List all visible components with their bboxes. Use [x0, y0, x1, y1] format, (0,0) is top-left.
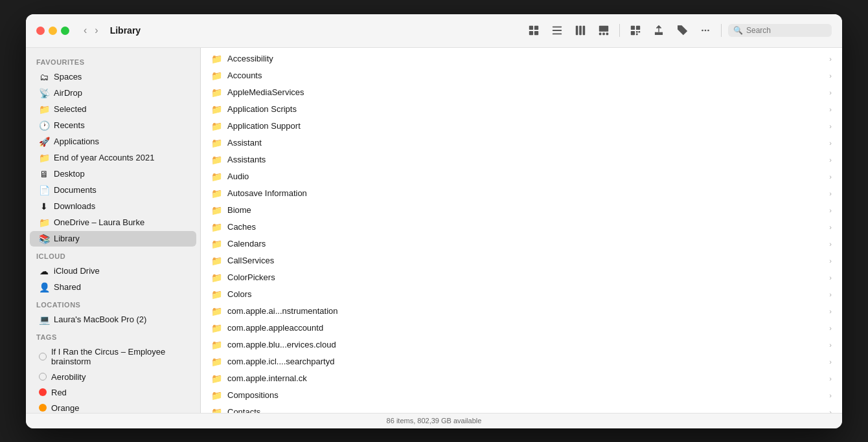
sidebar-label-icloud-drive: iCloud Drive [54, 266, 100, 276]
close-button[interactable] [36, 27, 45, 35]
sidebar-item-tag-red[interactable]: Red [30, 385, 196, 400]
sidebar-label-tag-circus: If I Ran the Circus – Employee brainstor… [51, 347, 190, 366]
sidebar-icon-shared: 👤 [39, 282, 49, 293]
folder-name: Colors [227, 289, 827, 299]
chevron-right-icon: › [829, 307, 832, 315]
sidebar-label-macbook: Laura's MacBook Pro (2) [54, 315, 146, 324]
folder-item[interactable]: 📁com.apple.ai...nstrumentation› [201, 303, 842, 320]
sidebar-item-onedrive[interactable]: 📁OneDrive – Laura Burke [30, 215, 196, 230]
sidebar-item-tag-orange[interactable]: Orange [30, 401, 196, 413]
status-bar: 86 items, 802,39 GB available [26, 413, 842, 428]
folder-item[interactable]: 📁Assistant› [201, 135, 842, 151]
folder-item[interactable]: 📁ColorPickers› [201, 269, 842, 286]
svg-rect-18 [639, 31, 641, 33]
folder-item[interactable]: 📁Compositions› [201, 387, 842, 404]
folder-name: ColorPickers [227, 272, 827, 282]
folder-item[interactable]: 📁Application Scripts› [201, 101, 842, 118]
folder-item[interactable]: 📁Assistants› [201, 151, 842, 168]
sidebar-icon-onedrive: 📁 [39, 217, 49, 228]
folder-name: com.apple.internal.ck [227, 373, 827, 383]
chevron-right-icon: › [829, 257, 832, 265]
folder-item[interactable]: 📁com.apple.blu...ervices.cloud› [201, 337, 842, 353]
folder-name: Accessibility [227, 54, 827, 63]
search-box[interactable]: 🔍 [728, 24, 832, 37]
sidebar-label-library: Library [54, 234, 80, 243]
sidebar-item-downloads[interactable]: ⬇Downloads [30, 199, 196, 214]
sidebar-item-tag-circus[interactable]: If I Ran the Circus – Employee brainstor… [30, 344, 196, 369]
sidebar-item-desktop[interactable]: 🖥Desktop [30, 166, 196, 182]
sidebar-label-tag-red: Red [51, 388, 67, 397]
tag-button[interactable] [673, 23, 691, 38]
chevron-right-icon: › [829, 89, 832, 96]
sidebar-icon-recents: 🕐 [39, 120, 49, 131]
back-button[interactable]: ‹ [81, 23, 89, 38]
sidebar-item-recents[interactable]: 🕐Recents [30, 118, 196, 133]
folder-name: CallServices [227, 256, 827, 265]
sidebar-item-macbook[interactable]: 💻Laura's MacBook Pro (2) [30, 312, 196, 327]
sidebar-label-selected: Selected [54, 104, 87, 114]
gallery-view-button[interactable] [595, 23, 613, 38]
folder-item[interactable]: 📁com.apple.icl....searchpartyd› [201, 353, 842, 370]
sidebar-icon-end-of-year: 📁 [39, 153, 49, 163]
folder-item[interactable]: 📁com.apple.appleaccountd› [201, 320, 842, 337]
sidebar-item-applications[interactable]: 🚀Applications [30, 134, 196, 149]
icon-view-button[interactable] [525, 23, 543, 38]
tag-dot-tag-orange [39, 404, 47, 412]
share-button[interactable] [650, 23, 668, 38]
chevron-right-icon: › [829, 173, 832, 181]
list-view-button[interactable] [548, 23, 566, 38]
svg-rect-19 [636, 34, 638, 36]
sidebar-icon-icloud-drive: ☁ [39, 266, 49, 276]
folder-item[interactable]: 📁CallServices› [201, 252, 842, 269]
folder-item[interactable]: 📁Biome› [201, 202, 842, 219]
folder-item[interactable]: 📁Audio› [201, 168, 842, 185]
folder-icon: 📁 [211, 357, 222, 367]
chevron-right-icon: › [829, 72, 832, 80]
svg-point-20 [680, 28, 681, 29]
sidebar-icon-downloads: ⬇ [39, 201, 49, 212]
folder-item[interactable]: 📁AppleMediaServices› [201, 84, 842, 101]
chevron-right-icon: › [829, 105, 832, 113]
sidebar-item-selected[interactable]: 📁Selected [30, 102, 196, 117]
folder-list: 📁Accessibility›📁Accounts›📁AppleMediaServ… [201, 48, 842, 413]
folder-item[interactable]: 📁Calendars› [201, 236, 842, 252]
sidebar-item-library[interactable]: 📚Library [30, 231, 196, 247]
sidebar-item-tag-aerobility[interactable]: Aerobility [30, 370, 196, 384]
folder-item[interactable]: 📁Accounts› [201, 67, 842, 84]
folder-item[interactable]: 📁Contacts› [201, 404, 842, 413]
folder-item[interactable]: 📁com.apple.internal.ck› [201, 370, 842, 387]
chevron-right-icon: › [829, 341, 832, 349]
folder-item[interactable]: 📁Application Support› [201, 118, 842, 135]
sidebar-item-airdrop[interactable]: 📡AirDrop [30, 85, 196, 101]
minimize-button[interactable] [49, 27, 57, 35]
forward-button[interactable]: › [92, 23, 100, 38]
sidebar-item-spaces[interactable]: 🗂Spaces [30, 69, 196, 85]
sidebar-icon-selected: 📁 [39, 104, 49, 115]
sidebar-label-desktop: Desktop [54, 169, 85, 179]
sidebar-item-documents[interactable]: 📄Documents [30, 182, 196, 198]
folder-icon: 📁 [211, 222, 222, 232]
nav-buttons: ‹ › [81, 23, 101, 38]
folder-name: Compositions [227, 390, 827, 400]
finder-window: ‹ › Library [26, 14, 842, 428]
sidebar-item-end-of-year[interactable]: 📁End of year Accounts 2021 [30, 150, 196, 166]
tag-dot-tag-red [39, 388, 47, 396]
folder-icon: 📁 [211, 188, 222, 199]
folder-item[interactable]: 📁Caches› [201, 219, 842, 236]
sidebar-item-icloud-drive[interactable]: ☁iCloud Drive [30, 263, 196, 279]
folder-name: Application Scripts [227, 104, 827, 114]
search-input[interactable] [746, 26, 827, 35]
sidebar-icon-spaces: 🗂 [39, 72, 49, 82]
folder-item[interactable]: 📁Autosave Information› [201, 185, 842, 202]
folder-item[interactable]: 📁Colors› [201, 286, 842, 303]
folder-item[interactable]: 📁Accessibility› [201, 50, 842, 67]
chevron-right-icon: › [829, 139, 832, 147]
chevron-right-icon: › [829, 190, 832, 197]
column-view-button[interactable] [571, 23, 589, 38]
svg-rect-7 [576, 26, 578, 35]
svg-point-21 [702, 30, 703, 32]
quick-look-button[interactable] [626, 23, 645, 38]
sidebar-item-shared[interactable]: 👤Shared [30, 280, 196, 295]
maximize-button[interactable] [61, 27, 69, 35]
more-button[interactable] [696, 23, 714, 38]
